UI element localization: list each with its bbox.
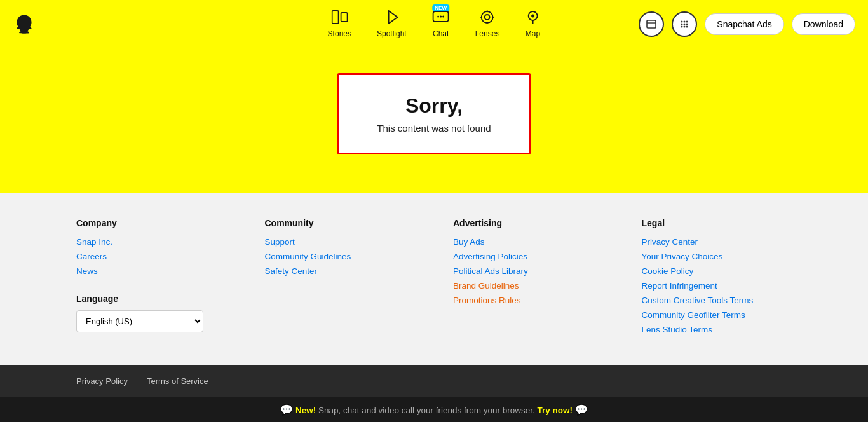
svg-point-7: [482, 11, 493, 23]
promo-cta-link[interactable]: Try now!: [537, 406, 573, 415]
footer-terms-link[interactable]: Terms of Service: [147, 376, 208, 386]
svg-rect-0: [332, 11, 338, 24]
svg-point-18: [681, 20, 683, 22]
promo-chat-icon-left: 💬: [280, 404, 293, 415]
footer-company-title: Company: [76, 218, 227, 228]
footer-link-safety-center[interactable]: Safety Center: [265, 266, 416, 276]
promo-new-label: New!: [295, 406, 316, 415]
footer-link-snap-inc[interactable]: Snap Inc.: [76, 237, 227, 247]
svg-point-19: [684, 20, 686, 22]
nav-chat[interactable]: NEW Chat: [432, 10, 450, 38]
svg-rect-1: [341, 13, 347, 22]
footer-link-report-infringement[interactable]: Report Infringement: [642, 281, 792, 291]
svg-point-6: [442, 16, 444, 18]
footer-link-advertising-policies[interactable]: Advertising Policies: [453, 252, 604, 261]
svg-point-21: [681, 23, 683, 25]
language-section: Language English (US) Français Deutsch E…: [76, 294, 227, 332]
nav-map[interactable]: Map: [525, 10, 540, 38]
footer-link-promotions-rules[interactable]: Promotions Rules: [453, 296, 604, 305]
footer-link-buy-ads[interactable]: Buy Ads: [453, 237, 604, 247]
header-right: Snapchat Ads Download: [639, 11, 855, 37]
chat-label: Chat: [433, 29, 449, 38]
snapchat-ads-button[interactable]: Snapchat Ads: [705, 13, 783, 35]
stories-label: Stories: [328, 29, 351, 38]
header: Stories Spotlight NEW Chat: [0, 0, 868, 48]
footer-link-community-geofilter[interactable]: Community Geofilter Terms: [642, 310, 792, 320]
error-subtitle: This content was not found: [377, 123, 491, 133]
svg-point-14: [531, 15, 534, 18]
spotlight-icon: [384, 10, 398, 25]
nav-lenses[interactable]: Lenses: [475, 10, 500, 38]
footer-link-cookie-policy[interactable]: Cookie Policy: [642, 266, 792, 276]
footer-link-privacy-center[interactable]: Privacy Center: [642, 237, 792, 247]
footer-link-community-guidelines[interactable]: Community Guidelines: [265, 252, 416, 261]
svg-point-25: [684, 25, 686, 27]
nav-stories[interactable]: Stories: [328, 10, 351, 38]
spotlight-label: Spotlight: [377, 29, 407, 38]
svg-point-23: [686, 23, 688, 25]
language-label: Language: [76, 294, 227, 304]
map-icon: [525, 10, 540, 25]
footer-link-political-ads[interactable]: Political Ads Library: [453, 266, 604, 276]
new-badge: NEW: [432, 4, 449, 11]
footer-link-news[interactable]: News: [76, 266, 227, 276]
footer-privacy-policy-link[interactable]: Privacy Policy: [76, 376, 128, 386]
svg-point-4: [437, 16, 439, 18]
footer-main: Company Snap Inc. Careers News Language …: [0, 193, 868, 365]
svg-rect-16: [647, 20, 656, 28]
lenses-icon: [479, 10, 496, 25]
footer-link-lens-studio[interactable]: Lens Studio Terms: [642, 325, 792, 334]
svg-point-20: [686, 20, 688, 22]
main-nav: Stories Spotlight NEW Chat: [328, 10, 541, 38]
footer-bottom: Privacy Policy Terms of Service: [0, 365, 868, 397]
footer-link-brand-guidelines[interactable]: Brand Guidelines: [453, 281, 604, 291]
logo[interactable]: [13, 13, 36, 36]
chat-icon: [432, 10, 450, 25]
lenses-label: Lenses: [475, 29, 500, 38]
grid-icon-button[interactable]: [672, 11, 697, 37]
promo-chat-icon-right: 💬: [575, 404, 588, 415]
footer-community-title: Community: [265, 218, 416, 228]
footer-legal-title: Legal: [642, 218, 792, 228]
svg-point-22: [684, 23, 686, 25]
footer-columns: Company Snap Inc. Careers News Language …: [76, 218, 792, 339]
svg-marker-2: [388, 11, 397, 24]
card-icon-button[interactable]: [639, 11, 664, 37]
footer-advertising-title: Advertising: [453, 218, 604, 228]
map-label: Map: [526, 29, 540, 38]
download-button[interactable]: Download: [792, 13, 855, 35]
language-select[interactable]: English (US) Français Deutsch Español 日本…: [76, 310, 203, 332]
error-title: Sorry,: [377, 94, 491, 118]
footer-community: Community Support Community Guidelines S…: [265, 218, 416, 339]
svg-point-5: [440, 16, 442, 18]
nav-spotlight[interactable]: Spotlight: [377, 10, 407, 38]
stories-icon: [331, 10, 348, 25]
footer-link-your-privacy-choices[interactable]: Your Privacy Choices: [642, 252, 792, 261]
footer-company: Company Snap Inc. Careers News Language …: [76, 218, 227, 339]
footer-link-support[interactable]: Support: [265, 237, 416, 247]
svg-point-26: [686, 25, 688, 27]
promo-banner: 💬 New! Snap, chat and video call your fr…: [0, 397, 868, 422]
promo-text: Snap, chat and video call your friends f…: [318, 406, 537, 415]
hero-section: Sorry, This content was not found: [0, 48, 868, 193]
footer-advertising: Advertising Buy Ads Advertising Policies…: [453, 218, 604, 339]
svg-point-8: [485, 15, 490, 20]
svg-point-24: [681, 25, 683, 27]
footer-legal: Legal Privacy Center Your Privacy Choice…: [642, 218, 792, 339]
error-box: Sorry, This content was not found: [337, 73, 531, 154]
footer-link-custom-creative-tools[interactable]: Custom Creative Tools Terms: [642, 296, 792, 305]
footer-link-careers[interactable]: Careers: [76, 252, 227, 261]
